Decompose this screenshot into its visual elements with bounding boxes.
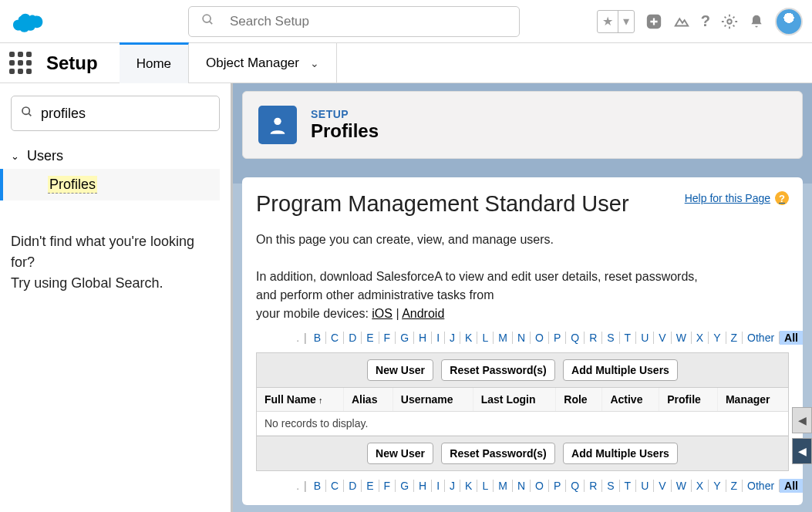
filter-letter[interactable]: D bbox=[344, 480, 362, 492]
sidebar-group-label: Users bbox=[27, 148, 63, 164]
filter-letter[interactable]: F bbox=[379, 332, 396, 344]
filter-letter[interactable]: I bbox=[432, 480, 445, 492]
sidebar-group-users[interactable]: ⌄Users bbox=[11, 143, 220, 169]
tab-object-manager[interactable]: Object Manager⌄ bbox=[189, 42, 337, 83]
filter-letter[interactable]: Q bbox=[566, 332, 585, 344]
column-header[interactable]: Manager bbox=[717, 388, 788, 412]
filter-letter[interactable]: R bbox=[585, 480, 602, 492]
filter-letter[interactable]: S bbox=[602, 332, 619, 344]
filter-letter[interactable]: T bbox=[620, 332, 637, 344]
filter-letter[interactable]: O bbox=[531, 480, 549, 492]
bell-icon[interactable] bbox=[749, 14, 764, 29]
android-link[interactable]: Android bbox=[402, 307, 444, 320]
filter-letter[interactable]: X bbox=[692, 480, 709, 492]
filter-letter[interactable]: S bbox=[602, 480, 619, 492]
sidebar-item-profiles[interactable]: Profiles bbox=[0, 169, 220, 200]
filter-letter[interactable]: L bbox=[477, 480, 494, 492]
filter-letter[interactable]: P bbox=[549, 480, 566, 492]
new-user-button[interactable]: New User bbox=[367, 359, 433, 381]
filter-letter[interactable]: J bbox=[445, 332, 460, 344]
filter-letter[interactable]: F bbox=[379, 480, 396, 492]
filter-letter[interactable]: R bbox=[585, 332, 602, 344]
filter-letter[interactable]: H bbox=[414, 480, 432, 492]
filter-letter[interactable]: G bbox=[396, 332, 414, 344]
global-search[interactable] bbox=[188, 6, 520, 37]
table-header-row: Full Name ↑AliasUsernameLast LoginRoleAc… bbox=[257, 388, 788, 412]
help-for-page-link[interactable]: Help for this Page? bbox=[685, 191, 789, 205]
filter-letter[interactable]: Y bbox=[709, 332, 726, 344]
filter-letter[interactable]: C bbox=[326, 332, 344, 344]
filter-letter[interactable]: K bbox=[460, 332, 477, 344]
filter-letter[interactable]: G bbox=[396, 480, 414, 492]
filter-letter[interactable]: N bbox=[513, 332, 531, 344]
search-icon bbox=[201, 13, 214, 29]
app-launcher-icon[interactable] bbox=[9, 52, 32, 75]
quick-find-input[interactable] bbox=[41, 106, 210, 122]
filter-letter[interactable]: Q bbox=[566, 480, 585, 492]
filter-letter[interactable]: Z bbox=[726, 332, 743, 344]
collapse-handle[interactable]: ◀ bbox=[792, 438, 812, 464]
add-icon[interactable] bbox=[645, 13, 662, 30]
sort-asc-icon: ↑ bbox=[316, 396, 323, 405]
filter-letter[interactable]: X bbox=[692, 332, 709, 344]
add-multiple-users-button[interactable]: Add Multiple Users bbox=[563, 443, 678, 464]
tab-home[interactable]: Home bbox=[120, 42, 189, 83]
global-search-input[interactable] bbox=[230, 14, 507, 29]
column-header[interactable]: Active bbox=[602, 388, 659, 412]
filter-letter[interactable]: T bbox=[620, 480, 637, 492]
help-icon[interactable]: ? bbox=[701, 12, 710, 30]
filter-letter[interactable]: J bbox=[445, 480, 460, 492]
filter-letter[interactable]: C bbox=[326, 480, 344, 492]
filter-letter[interactable]: L bbox=[477, 332, 494, 344]
salesforce-logo[interactable] bbox=[9, 8, 48, 35]
filter-letter[interactable]: H bbox=[414, 332, 432, 344]
filter-other[interactable]: Other bbox=[743, 480, 780, 492]
empty-message: No records to display. bbox=[257, 412, 788, 436]
filter-letter[interactable]: I bbox=[432, 332, 445, 344]
new-user-button[interactable]: New User bbox=[367, 443, 433, 464]
ios-link[interactable]: iOS bbox=[372, 307, 393, 320]
filter-letter[interactable]: B bbox=[309, 480, 326, 492]
page-title: Profiles bbox=[311, 120, 379, 142]
filter-all[interactable]: All bbox=[780, 331, 803, 345]
quick-find[interactable] bbox=[11, 96, 220, 131]
filter-letter[interactable]: W bbox=[672, 480, 692, 492]
filter-letter[interactable]: M bbox=[494, 332, 513, 344]
column-header[interactable]: Role bbox=[556, 388, 602, 412]
column-header[interactable]: Full Name ↑ bbox=[257, 388, 343, 412]
global-header: ★▾ ? bbox=[0, 0, 812, 42]
column-header[interactable]: Alias bbox=[343, 388, 393, 412]
chevron-down-icon: ⌄ bbox=[11, 150, 19, 162]
filter-letter[interactable]: N bbox=[513, 480, 531, 492]
filter-letter[interactable]: V bbox=[654, 332, 671, 344]
filter-letter[interactable]: U bbox=[636, 332, 654, 344]
filter-other[interactable]: Other bbox=[743, 332, 780, 344]
filter-letter[interactable]: V bbox=[654, 480, 671, 492]
filter-letter[interactable]: Z bbox=[726, 480, 743, 492]
filter-letter[interactable]: E bbox=[362, 480, 379, 492]
filter-letter[interactable]: B bbox=[309, 332, 326, 344]
filter-letter[interactable]: P bbox=[549, 332, 566, 344]
filter-letter[interactable]: K bbox=[460, 480, 477, 492]
add-multiple-users-button[interactable]: Add Multiple Users bbox=[563, 359, 678, 381]
filter-letter[interactable]: U bbox=[636, 480, 654, 492]
a-z-filter-bottom: .|BCDEFGHIJKLMNOPQRSTUVWXYZOtherAll bbox=[242, 471, 803, 497]
filter-letter[interactable]: E bbox=[362, 332, 379, 344]
reset-passwords-button[interactable]: Reset Password(s) bbox=[441, 359, 554, 381]
user-avatar[interactable] bbox=[775, 8, 803, 35]
gear-icon[interactable] bbox=[721, 13, 738, 30]
filter-letter[interactable]: O bbox=[531, 332, 549, 344]
tab-object-manager-label: Object Manager bbox=[206, 56, 299, 71]
column-header[interactable]: Username bbox=[393, 388, 473, 412]
filter-letter[interactable]: W bbox=[672, 332, 692, 344]
filter-letter[interactable]: D bbox=[344, 332, 362, 344]
expand-handle[interactable]: ◀ bbox=[792, 407, 812, 433]
trailhead-icon[interactable] bbox=[673, 13, 690, 30]
column-header[interactable]: Last Login bbox=[473, 388, 556, 412]
reset-passwords-button[interactable]: Reset Password(s) bbox=[441, 443, 554, 464]
filter-all[interactable]: All bbox=[780, 479, 803, 493]
filter-letter[interactable]: M bbox=[494, 480, 513, 492]
favorites-chip[interactable]: ★▾ bbox=[597, 10, 635, 33]
column-header[interactable]: Profile bbox=[659, 388, 718, 412]
filter-letter[interactable]: Y bbox=[709, 480, 726, 492]
